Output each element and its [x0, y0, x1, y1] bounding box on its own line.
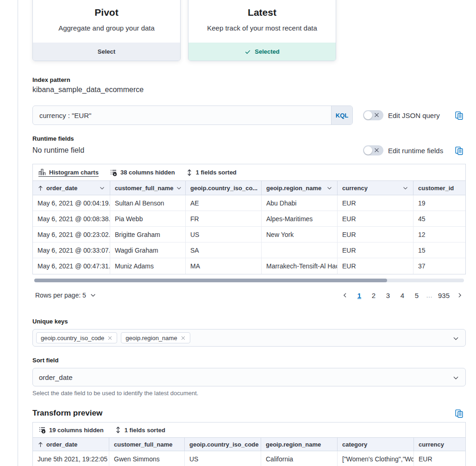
unique-keys-combobox[interactable]: geoip.country_iso_code geoip.region_name: [32, 329, 466, 347]
header-geoip-region-name[interactable]: geoip.region_name: [261, 438, 338, 451]
latest-selected-label: Selected: [255, 48, 279, 55]
rows-per-page-label: Rows per page: 5: [35, 292, 86, 299]
cell-currency: EUR: [338, 258, 413, 274]
columns-hidden-button[interactable]: 19 columns hidden: [38, 426, 104, 434]
table-row: May 6, 2021 @ 00:33:07... Wagdi Graham S…: [33, 242, 465, 258]
page-2-button[interactable]: 2: [369, 289, 379, 301]
unique-key-chip: geoip.country_iso_code: [36, 332, 117, 343]
page-list: 1 2 3 4 5 … 935: [340, 289, 466, 301]
header-currency[interactable]: currency: [338, 181, 413, 195]
sort-field-value: order_date: [39, 373, 73, 381]
columns-icon: [38, 426, 46, 434]
transform-type-cards: Pivot Aggregate and group your data Sele…: [32, 0, 466, 61]
column-menu-chevron-icon[interactable]: [402, 185, 408, 191]
edit-runtime-fields-toggle[interactable]: [363, 145, 383, 155]
check-icon: [244, 49, 251, 55]
page-3-button[interactable]: 3: [383, 289, 393, 301]
toggle-knob: [364, 111, 372, 119]
header-customer-full-name[interactable]: customer_full_name: [110, 181, 186, 195]
edit-json-query-toggle[interactable]: [363, 110, 383, 120]
transform-wizard-step: Pivot Aggregate and group your data Sele…: [32, 0, 466, 466]
cell-currency: EUR: [338, 211, 413, 227]
cell-currency: EUR: [338, 227, 413, 242]
remove-chip-x-icon[interactable]: [181, 336, 186, 341]
cell-category: ["Women's Clothing","Wo...: [338, 451, 414, 466]
scrollbar-thumb[interactable]: [34, 279, 387, 282]
pivot-card-title: Pivot: [33, 7, 180, 18]
remove-chip-x-icon[interactable]: [107, 336, 113, 341]
rows-per-page-button[interactable]: Rows per page: 5: [32, 292, 99, 299]
page-1-button[interactable]: 1: [354, 289, 364, 301]
index-pattern-value: kibana_sample_data_ecommerce: [32, 86, 466, 94]
header-customer-id[interactable]: customer_id: [413, 181, 465, 195]
cell-customer-id: 15: [413, 242, 465, 258]
cell-order-date: May 6, 2021 @ 00:08:38...: [33, 211, 110, 227]
columns-hidden-button[interactable]: 38 columns hidden: [110, 168, 175, 177]
page-last-button[interactable]: 935: [437, 289, 451, 301]
cell-currency: EUR: [338, 242, 413, 258]
column-menu-chevron-icon[interactable]: [326, 185, 332, 191]
sort-fields-icon: [186, 169, 193, 176]
header-order-date[interactable]: order_date: [33, 438, 109, 451]
cell-order-date: May 6, 2021 @ 00:04:19...: [33, 195, 110, 211]
cell-order-date: May 6, 2021 @ 00:33:07...: [33, 242, 110, 258]
sort-field-help-text: Select the date field to be used to iden…: [32, 390, 466, 397]
copy-query-clipboard-icon[interactable]: [455, 111, 463, 120]
cell-customer-id: 12: [413, 227, 465, 242]
preview-data-grid: 19 columns hidden 1 fields sorted order_…: [32, 422, 466, 466]
runtime-fields-label: Runtime fields: [32, 135, 466, 142]
transform-preview-title: Transform preview: [32, 409, 102, 418]
cell-customer-id: 45: [413, 211, 465, 227]
chevron-down-icon[interactable]: [452, 374, 459, 381]
columns-hidden-label: 38 columns hidden: [120, 169, 175, 176]
header-currency[interactable]: currency: [414, 438, 465, 451]
header-customer-full-name[interactable]: customer_full_name: [109, 438, 185, 451]
kql-language-button[interactable]: KQL: [331, 106, 352, 124]
cell-customer-full-name: Wagdi Graham: [110, 242, 186, 258]
chip-label: geoip.country_iso_code: [41, 335, 104, 342]
header-geoip-region-name[interactable]: geoip.region_name: [262, 181, 338, 195]
histogram-charts-button[interactable]: Histogram charts: [38, 168, 99, 177]
sort-field-select[interactable]: order_date: [32, 368, 466, 386]
copy-preview-clipboard-icon[interactable]: [455, 409, 463, 418]
table-row: May 6, 2021 @ 00:23:02... Brigitte Graha…: [33, 227, 465, 242]
cell-region: Alpes-Maritimes: [262, 211, 338, 227]
toggle-knob: [364, 146, 372, 155]
header-geoip-country-iso-code[interactable]: geoip.country_iso_code: [185, 438, 261, 451]
preview-grid-toolbar: 19 columns hidden 1 fields sorted: [33, 423, 465, 438]
latest-selected-button[interactable]: Selected: [188, 43, 336, 61]
next-page-icon[interactable]: [455, 291, 465, 299]
cell-currency: EUR: [338, 195, 413, 211]
latest-card[interactable]: Latest Keep track of your most recent da…: [188, 0, 336, 61]
preview-header-row: order_date customer_full_name geoip.coun…: [33, 438, 465, 451]
table-row: May 6, 2021 @ 00:04:19... Sultan Al Bens…: [33, 195, 465, 211]
page-4-button[interactable]: 4: [397, 289, 407, 301]
copy-runtime-clipboard-icon[interactable]: [455, 146, 463, 155]
source-grid-pagination: Rows per page: 5 1 2 3 4 5 … 935: [32, 288, 466, 302]
previous-page-icon[interactable]: [340, 291, 350, 299]
cell-region: [262, 242, 338, 258]
cell-region: New York: [262, 227, 338, 242]
column-menu-chevron-icon[interactable]: [176, 185, 182, 191]
cell-customer-full-name: Sultan Al Benson: [110, 195, 186, 211]
page-5-button[interactable]: 5: [412, 289, 422, 301]
sort-field-label: Sort field: [32, 357, 466, 364]
cell-country: US: [186, 227, 262, 242]
source-grid-body: May 6, 2021 @ 00:04:19... Sultan Al Bens…: [33, 195, 465, 274]
cell-country: SA: [186, 242, 262, 258]
chevron-down-icon[interactable]: [452, 335, 459, 342]
pivot-select-button[interactable]: Select: [33, 43, 180, 61]
runtime-fields-value: No runtime field: [32, 146, 84, 155]
cell-customer-id: 19: [413, 195, 465, 211]
header-category[interactable]: category: [338, 438, 414, 451]
horizontal-scrollbar: [32, 279, 466, 282]
query-input[interactable]: [33, 106, 331, 124]
cell-customer-full-name: Pia Webb: [110, 211, 186, 227]
fields-sorted-button[interactable]: 1 fields sorted: [186, 168, 237, 177]
pivot-card[interactable]: Pivot Aggregate and group your data Sele…: [32, 0, 181, 61]
column-menu-chevron-icon[interactable]: [99, 185, 105, 191]
header-order-date[interactable]: order_date: [33, 181, 110, 195]
source-grid-toolbar: Histogram charts 38 columns hidden 1 fie…: [33, 164, 465, 181]
header-geoip-country-iso-code[interactable]: geoip.country_iso_co...: [186, 181, 262, 195]
fields-sorted-button[interactable]: 1 fields sorted: [115, 426, 165, 434]
